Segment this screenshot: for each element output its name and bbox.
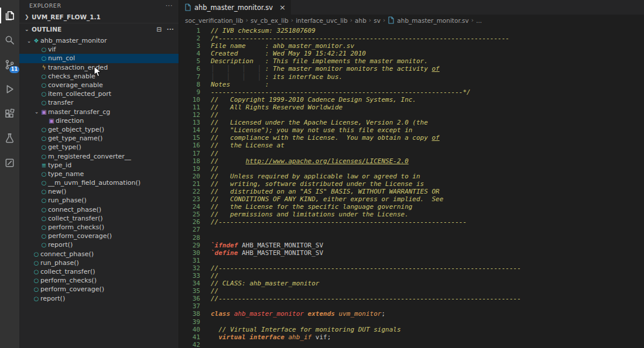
outline-section-row[interactable]: ⌄ OUTLINE ⊟ ··· xyxy=(19,23,179,35)
breadcrumb-item[interactable]: ahb xyxy=(355,17,366,24)
close-icon[interactable]: × xyxy=(279,4,286,11)
activity-item-notebook[interactable] xyxy=(0,153,19,173)
outline-item-connect_phase[interactable]: ○connect_phase() xyxy=(19,250,179,259)
code-line[interactable]: 34// CLASS: ahb_master_monitor xyxy=(184,280,644,287)
code-line[interactable]: 29`ifndef AHB_MASTER_MONITOR_SV xyxy=(184,242,644,249)
code-line[interactable]: 19// xyxy=(184,165,644,173)
code-line[interactable]: 20// Unless required by applicable law o… xyxy=(184,173,644,180)
symbol-field-icon: ○ xyxy=(40,82,48,88)
code-line[interactable]: 8Notes : xyxy=(184,81,644,88)
outline-item-m_registered_converter__[interactable]: ○m_registered_converter__ xyxy=(19,151,179,160)
project-section-row[interactable]: ❯ UVM_REF_FLOW_1.1 xyxy=(19,11,179,23)
code-line[interactable]: 27 xyxy=(184,226,644,233)
outline-item-coverage_enable[interactable]: ○coverage_enable xyxy=(19,81,179,89)
code-line[interactable]: 4Created : Wed May 19 15:42:21 2010 xyxy=(184,50,644,57)
outline-item-collect_transfer[interactable]: ○collect_transfer() xyxy=(19,267,179,276)
chevron-right-icon[interactable]: ❯ xyxy=(25,14,32,20)
outline-item-vif[interactable]: ○vif xyxy=(19,45,179,54)
outline-item-transfer[interactable]: ○transfer xyxy=(19,98,179,107)
explorer-more-icon[interactable]: ··· xyxy=(166,2,173,9)
code-line[interactable]: 37 xyxy=(184,302,644,310)
outline-item-num_col[interactable]: ○num_col xyxy=(19,54,179,63)
code-line[interactable]: 5Description : This file implements the … xyxy=(184,57,644,65)
outline-item-perform_checks[interactable]: ○perform_checks() xyxy=(19,276,179,285)
outline-item-perform_checks[interactable]: ○perform_checks() xyxy=(19,223,179,232)
chevron-down-icon[interactable]: ⌄ xyxy=(26,38,32,44)
outline-item-ahb_master_monitor[interactable]: ⌄❖ahb_master_monitor xyxy=(19,36,179,45)
code-line[interactable]: 3File name : ahb_master_monitor.sv xyxy=(184,42,644,50)
code-line[interactable]: 18// http://www.apache.org/licenses/LICE… xyxy=(184,157,644,165)
tab-ahb-master-monitor[interactable]: ahb_master_monitor.sv × xyxy=(179,0,291,15)
breadcrumb-item[interactable]: interface_uvc_lib xyxy=(296,17,347,24)
code-line[interactable]: 25// permissions and limitations under t… xyxy=(184,211,644,218)
code-line[interactable]: 21// writing, software distributed under… xyxy=(184,180,644,188)
code-line[interactable]: 28 xyxy=(184,234,644,242)
outline-item-checks_enable[interactable]: ○checks_enable xyxy=(19,72,179,81)
code-line[interactable]: 23// CONDITIONS OF ANY KIND, either expr… xyxy=(184,195,644,203)
code-line[interactable]: 41 virtual interface ahb_if vif; xyxy=(184,333,644,341)
outline-item-direction[interactable]: ▣direction xyxy=(19,116,179,125)
outline-item-report[interactable]: ○report() xyxy=(19,240,179,249)
code-line[interactable]: 2/*-------------------------------------… xyxy=(184,35,644,42)
outline-item-new[interactable]: ○new() xyxy=(19,187,179,196)
outline-item-transaction_ended[interactable]: ϟtransaction_ended xyxy=(19,63,179,72)
code-line[interactable]: 36//------------------------------------… xyxy=(184,295,644,302)
outline-item-__m_uvm_field_automation[interactable]: ○__m_uvm_field_automation() xyxy=(19,178,179,187)
code-line[interactable]: 7│ │ │ │ : its interface bus. xyxy=(184,73,644,81)
outline-item-get_object_type[interactable]: ○get_object_type() xyxy=(19,125,179,134)
code-line[interactable]: 24// the License for the specific langua… xyxy=(184,203,644,211)
code-line[interactable]: 17// xyxy=(184,150,644,157)
outline-item-run_phase[interactable]: ○run_phase() xyxy=(19,259,179,267)
code-line[interactable]: 10// Copyright 1999-2010 Cadence Design … xyxy=(184,96,644,104)
code-area[interactable]: 1// IVB checksum: 32518076092/*---------… xyxy=(179,26,644,348)
outline-item-connect_phase[interactable]: ○connect_phase() xyxy=(19,205,179,214)
breadcrumb-item[interactable]: ... xyxy=(476,17,482,24)
breadcrumb-item[interactable]: soc_verification_lib xyxy=(185,17,244,24)
outline-item-report[interactable]: ○report() xyxy=(19,294,179,302)
outline-item-type_id[interactable]: ≣type_id xyxy=(19,161,179,170)
code-line[interactable]: 40 // Virtual Interface for monitoring D… xyxy=(184,326,644,333)
outline-item-type_name[interactable]: ○type_name xyxy=(19,170,179,178)
outline-item-item_collected_port[interactable]: ○item_collected_port xyxy=(19,89,179,98)
activity-item-testing[interactable] xyxy=(0,129,19,148)
code-line[interactable]: 38class ahb_master_monitor extends uvm_m… xyxy=(184,310,644,318)
code-line[interactable]: 1// IVB checksum: 3251807609 xyxy=(184,27,644,35)
activity-item-extensions[interactable] xyxy=(0,104,19,123)
editor-group: ahb_master_monitor.sv × soc_verification… xyxy=(179,0,644,348)
breadcrumb-item[interactable]: ahb_master_monitor.sv xyxy=(397,17,468,24)
activity-item-explorer[interactable] xyxy=(0,6,19,25)
code-line[interactable]: 32//------------------------------------… xyxy=(184,264,644,272)
outline-item-perform_coverage[interactable]: ○perform_coverage() xyxy=(19,232,179,240)
outline-item-collect_transfer[interactable]: ○collect_transfer() xyxy=(19,214,179,223)
activity-item-run-debug[interactable] xyxy=(0,80,19,99)
outline-item-get_type_name[interactable]: ○get_type_name() xyxy=(19,134,179,143)
outline-item-run_phase[interactable]: ○run_phase() xyxy=(19,196,179,205)
activity-item-search[interactable] xyxy=(0,30,19,50)
outline-more-icon[interactable]: ··· xyxy=(166,26,174,33)
outline-item-master_transfer_cg[interactable]: ⌄▣master_transfer_cg xyxy=(19,108,179,116)
activity-item-source-control[interactable]: 11 xyxy=(0,55,19,74)
collapse-all-icon[interactable]: ⊟ xyxy=(156,26,162,33)
code-line[interactable]: 22// distributed on an "AS IS" BASIS, WI… xyxy=(184,188,644,195)
chevron-down-icon[interactable]: ⌄ xyxy=(33,109,40,115)
code-line[interactable]: 13// Licensed under the Apache License, … xyxy=(184,119,644,126)
chevron-down-icon[interactable]: ⌄ xyxy=(25,26,32,32)
code-line[interactable]: 11// All Rights Reserved Worldwide xyxy=(184,104,644,111)
code-line[interactable]: 9---------------------------------------… xyxy=(184,88,644,96)
code-line[interactable]: 39 xyxy=(184,318,644,326)
code-line[interactable]: 6│ │ │ │ : The master monitor monitors t… xyxy=(184,65,644,73)
code-line[interactable]: 12// xyxy=(184,111,644,119)
outline-item-get_type[interactable]: ○get_type() xyxy=(19,143,179,151)
code-line[interactable]: 33// xyxy=(184,272,644,280)
code-line[interactable]: 31 xyxy=(184,257,644,264)
outline-item-perform_coverage[interactable]: ○perform_coverage() xyxy=(19,285,179,294)
code-line[interactable]: 42 xyxy=(184,341,644,348)
code-line[interactable]: 14// "License"); you may not use this fi… xyxy=(184,126,644,134)
breadcrumb-item[interactable]: sv_cb_ex_lib xyxy=(251,17,289,24)
code-line[interactable]: 35// xyxy=(184,287,644,295)
breadcrumb-item[interactable]: sv xyxy=(374,17,381,24)
code-line[interactable]: 16// the License at xyxy=(184,142,644,149)
code-line[interactable]: 30`define AHB_MASTER_MONITOR_SV xyxy=(184,249,644,257)
code-line[interactable]: 26//------------------------------------… xyxy=(184,218,644,226)
code-line[interactable]: 15// compliance with the License. You ma… xyxy=(184,134,644,142)
